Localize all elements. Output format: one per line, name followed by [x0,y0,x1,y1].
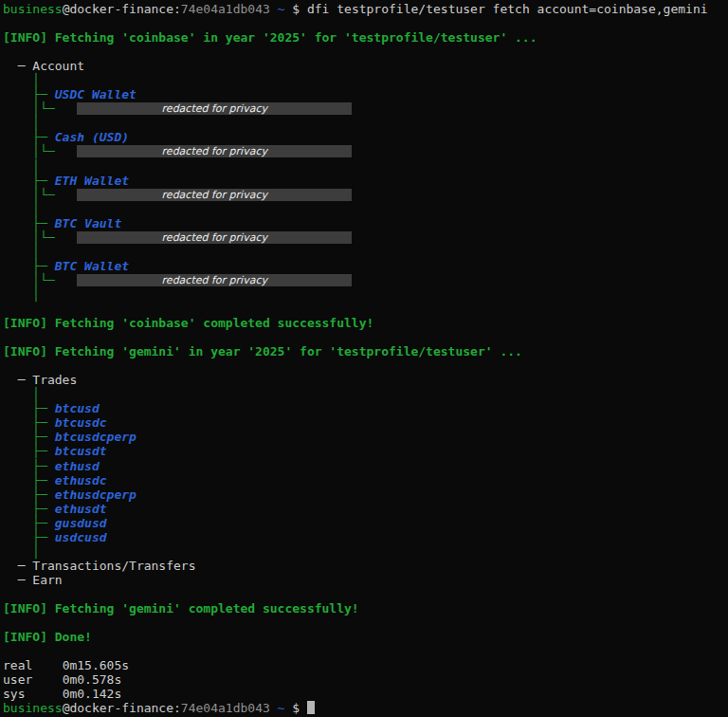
tree-branch: │ [3,245,40,259]
tree-branch: │ [3,73,40,87]
tree-item-line: ├─ btcusdcperp [3,430,728,444]
info-message: [INFO] Fetching 'coinbase' completed suc… [3,316,373,330]
tree-redacted-line: │└─ redacted for privacy [3,144,728,158]
tree-line: │ [3,544,728,559]
tree-branch: ├─ [3,401,55,415]
tree-item-line: ├─ ethusdcperp [3,487,728,502]
prompt-container-id: 74e04a1db043 [181,2,270,16]
timing-line: user 0m0.578s [3,672,728,687]
timing-value: 0m0.578s [63,672,122,687]
tree-item-line: ├─ btcusdt [3,444,728,458]
redacted-privacy-bar: redacted for privacy [77,231,352,244]
tree-branch: ├─ [3,473,55,487]
tree-header-line: ─ Account [3,59,728,73]
tree-branch: │└─ [3,273,77,287]
tree-branch: ├─ [3,502,55,516]
info-line: [INFO] Fetching 'coinbase' completed suc… [3,316,728,330]
info-message: [INFO] Fetching 'gemini' in year '2025' … [3,344,522,358]
tree-item-line: ├─ USDC Wallet [3,87,728,101]
tree-branch: ├─ [3,259,55,273]
trade-symbol: ethusdt [55,502,107,516]
info-line: [INFO] Fetching 'gemini' completed succe… [3,601,728,616]
tree-branch: │ [3,287,40,302]
wallet-name: USDC Wallet [55,87,136,101]
timing-line: sys 0m0.142s [3,687,728,701]
tree-item-line: ├─ BTC Wallet [3,259,728,273]
trade-symbol: btcusd [55,401,100,415]
prompt-user: business [3,701,63,715]
info-line: [INFO] Fetching 'gemini' in year '2025' … [3,344,728,358]
tree-line: │ [3,159,728,174]
timing-line: real 0m15.605s [3,658,728,672]
info-message: [INFO] Fetching 'coinbase' in year '2025… [3,30,537,45]
redacted-privacy-bar: redacted for privacy [77,145,352,157]
terminal[interactable]: business@docker-finance:74e04a1db043 ~ $… [0,0,728,717]
blank-line [3,16,728,30]
tree-header-line: ─ Transactions/Transfers [3,559,728,573]
tree-line: │ [3,387,728,401]
tree-redacted-line: │└─ redacted for privacy [3,101,728,116]
tree-dash: ─ [3,559,32,573]
blank-line [3,616,728,630]
tree-header-line: ─ Trades [3,373,728,387]
tree-branch: ├─ [3,174,55,188]
prompt-line: business@docker-finance:74e04a1db043 ~ $ [3,701,728,715]
trade-symbol: usdcusd [55,530,107,544]
tree-line: │ [3,73,728,87]
tree-branch: ├─ [3,530,55,544]
trade-symbol: ethusd [55,459,100,473]
redacted-privacy-bar: redacted for privacy [77,274,352,286]
tree-item-line: ├─ ethusdc [3,473,728,487]
tree-branch: │ [3,202,40,216]
blank-line [3,330,728,344]
tree-item-line: ├─ btcusd [3,401,728,415]
tree-line: │ [3,116,728,130]
tree-item-line: ├─ BTC Vault [3,216,728,230]
tree-branch: │ [3,116,40,130]
tree-dash: ─ [3,59,32,73]
tree-item-line: ├─ ethusdt [3,502,728,516]
tree-branch: ├─ [3,459,55,473]
info-message: [INFO] Fetching 'gemini' completed succe… [3,601,359,616]
wallet-name: BTC Vault [55,216,121,230]
blank-line [3,358,728,373]
trade-symbol: ethusdcperp [55,487,136,502]
tree-item-line: ├─ usdcusd [3,530,728,544]
tree-branch: ├─ [3,444,55,458]
tree-branch: ├─ [3,487,55,502]
prompt-user: business [3,2,63,16]
prompt-symbol: $ [284,701,306,715]
blank-line [3,302,728,316]
timing-label: user [3,672,63,687]
tree-line: │ [3,245,728,259]
tree-branch: │└─ [3,188,77,202]
tree-branch: ├─ [3,130,55,144]
text-segment [270,701,278,715]
timing-value: 0m0.142s [63,687,122,701]
tree-item-line: ├─ Cash (USD) [3,130,728,144]
text-segment [270,2,278,16]
blank-line [3,45,728,59]
tree-branch: │└─ [3,230,77,245]
tree-branch: ├─ [3,415,55,430]
blank-line [3,644,728,658]
tree-node-label: Account [32,59,84,73]
prompt-host: @docker-finance: [63,701,181,715]
tree-item-line: ├─ gusdusd [3,516,728,530]
info-message: [INFO] Done! [3,630,92,644]
trade-symbol: btcusdt [55,444,107,458]
redacted-privacy-bar: redacted for privacy [77,102,352,115]
trade-symbol: btcusdc [55,415,107,430]
tree-redacted-line: │└─ redacted for privacy [3,188,728,202]
tree-branch: │ [3,159,40,174]
timing-label: sys [3,687,63,701]
tree-dash: ─ [3,373,32,387]
terminal-cursor [307,701,315,714]
timing-value: 0m15.605s [63,658,129,672]
tree-line: │ [3,202,728,216]
tree-branch: ├─ [3,87,55,101]
trade-symbol: btcusdcperp [55,430,136,444]
tree-node-label: Transactions/Transfers [32,559,195,573]
info-line: [INFO] Done! [3,630,728,644]
tree-branch: │ [3,387,40,401]
